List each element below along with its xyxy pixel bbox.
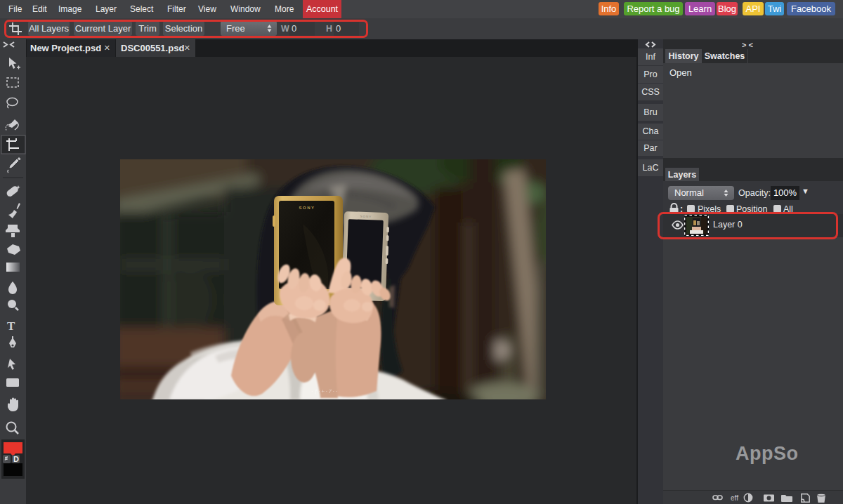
svg-text:T: T bbox=[7, 319, 15, 333]
svg-text:D: D bbox=[13, 455, 19, 463]
svg-text:SONY: SONY bbox=[360, 215, 372, 219]
svg-text:SONY: SONY bbox=[299, 206, 315, 210]
svg-text:·ƒ·+·7··: ·ƒ·+·7·· bbox=[311, 388, 339, 394]
svg-text:eff: eff bbox=[731, 494, 738, 502]
